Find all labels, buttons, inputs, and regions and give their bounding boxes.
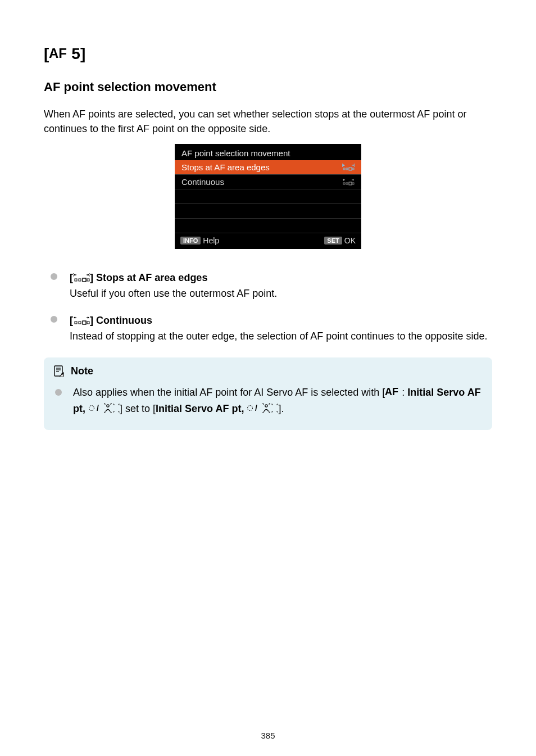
- svg-text:/: /: [255, 404, 257, 413]
- screenshot-footer: INFO Help SET OK: [175, 233, 361, 249]
- svg-rect-21: [79, 279, 81, 281]
- camera-screenshot: AF point selection movement Stops at AF …: [44, 144, 492, 249]
- servo-pt-icon: /: [88, 402, 120, 418]
- svg-rect-27: [79, 322, 81, 324]
- svg-text:AF: AF: [385, 387, 398, 397]
- note-body: Also applies when the initial AF point f…: [54, 385, 482, 418]
- svg-marker-24: [74, 316, 75, 319]
- svg-rect-12: [343, 183, 345, 184]
- options-list: [ ] Stops at AF area edges Useful if you…: [44, 270, 492, 343]
- svg-marker-25: [88, 316, 89, 319]
- svg-marker-10: [343, 179, 344, 181]
- note-text-1: Also applies when the initial AF point f…: [73, 387, 385, 398]
- set-ok-hint: SET OK: [324, 236, 356, 245]
- info-help-hint: INFO Help: [180, 236, 219, 245]
- svg-rect-5: [346, 168, 348, 170]
- svg-text:AF: AF: [49, 47, 67, 60]
- svg-rect-28: [83, 321, 86, 324]
- note-icon: ?: [54, 365, 64, 377]
- intro-paragraph: When AF points are selected, you can set…: [44, 107, 492, 136]
- help-text: Help: [203, 236, 219, 245]
- svg-rect-14: [349, 182, 352, 185]
- svg-text:/: /: [97, 404, 99, 413]
- section-title: AF point selection movement: [44, 80, 492, 94]
- bullet-icon: [51, 273, 57, 280]
- af-tab-icon: AF: [49, 46, 71, 64]
- screenshot-option-label: Continuous: [181, 177, 224, 187]
- svg-rect-4: [343, 168, 345, 170]
- svg-rect-22: [83, 278, 86, 282]
- screenshot-row-blank: [175, 219, 361, 233]
- note-text-2: :: [402, 387, 407, 398]
- option-title-text: Continuous: [96, 315, 152, 326]
- servo-pt-icon: /: [247, 402, 278, 418]
- svg-rect-13: [346, 183, 348, 184]
- svg-marker-2: [343, 164, 344, 166]
- bullet-icon: [51, 316, 57, 323]
- option-title-text: Stops at AF area edges: [96, 272, 207, 283]
- svg-rect-1: [342, 164, 355, 171]
- screenshot-option-continuous: Continuous: [175, 175, 361, 189]
- tab-heading: [AF5]: [44, 45, 492, 64]
- screenshot-row-blank: [175, 189, 361, 204]
- svg-rect-20: [75, 279, 77, 281]
- option-continuous: [ ] Continuous Instead of stopping at th…: [44, 313, 492, 343]
- note-text-4: ] set to [: [120, 403, 156, 414]
- svg-point-37: [89, 405, 94, 410]
- svg-rect-29: [87, 322, 89, 324]
- svg-rect-15: [352, 183, 354, 184]
- svg-marker-11: [353, 179, 354, 181]
- note-text-5: Initial Servo AF pt,: [156, 403, 247, 414]
- note-box: ? Note Also applies when the initial AF …: [44, 357, 492, 430]
- option-stops: [ ] Stops at AF area edges Useful if you…: [44, 270, 492, 301]
- ok-text: OK: [344, 236, 356, 245]
- svg-rect-26: [75, 322, 77, 324]
- option-desc: Useful if you often use the outermost AF…: [70, 286, 492, 301]
- svg-rect-23: [87, 279, 89, 281]
- stops-mode-icon: [73, 271, 90, 286]
- af-menu-icon: AF: [385, 386, 402, 401]
- option-heading: [ ] Stops at AF area edges: [70, 272, 207, 283]
- bracket-open: [: [44, 45, 49, 62]
- page-number: 385: [0, 731, 536, 740]
- option-heading: [ ] Continuous: [70, 315, 152, 326]
- note-label: Note: [71, 365, 93, 377]
- continuous-icon: [342, 178, 355, 186]
- set-badge: SET: [324, 237, 342, 245]
- option-desc: Instead of stopping at the outer edge, t…: [70, 329, 492, 343]
- svg-marker-3: [353, 164, 354, 166]
- svg-point-39: [107, 404, 109, 406]
- stops-icon: [342, 164, 355, 171]
- screenshot-option-stops: Stops at AF area edges: [175, 160, 361, 175]
- note-text-6: ].: [278, 403, 284, 414]
- info-badge: INFO: [180, 237, 201, 245]
- continuous-mode-icon: [73, 314, 90, 329]
- svg-text:?: ?: [61, 373, 63, 377]
- svg-rect-7: [352, 168, 354, 170]
- bullet-icon: [55, 389, 62, 396]
- bracket-close: ]: [80, 45, 85, 62]
- svg-rect-6: [349, 168, 352, 170]
- screenshot-row-blank: [175, 204, 361, 219]
- screenshot-option-label: Stops at AF area edges: [181, 162, 270, 172]
- note-header: ? Note: [54, 365, 482, 377]
- svg-point-40: [248, 405, 253, 410]
- tab-number: 5: [71, 45, 80, 62]
- svg-point-42: [265, 404, 267, 406]
- screenshot-title: AF point selection movement: [175, 144, 361, 160]
